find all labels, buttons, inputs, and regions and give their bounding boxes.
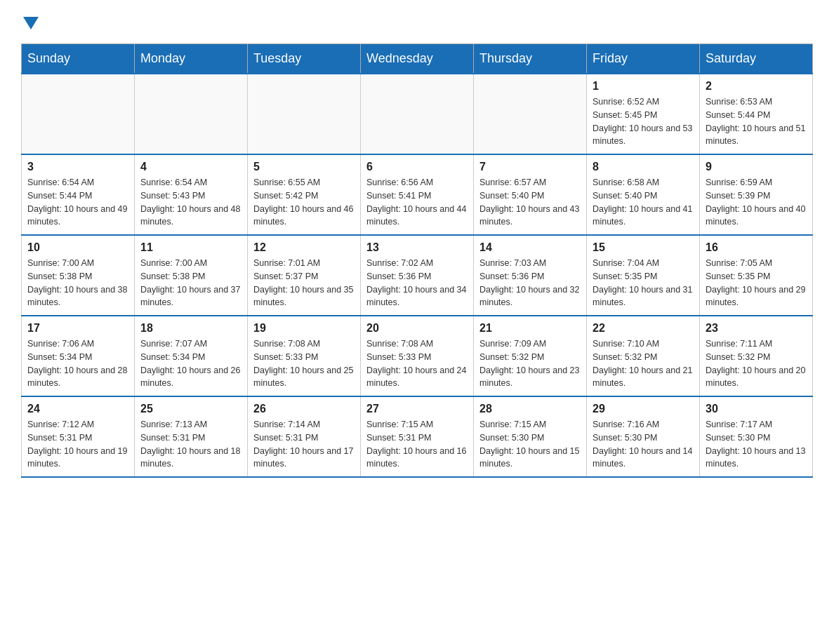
day-info: Sunrise: 7:07 AM Sunset: 5:34 PM Dayligh… bbox=[140, 337, 241, 390]
calendar-cell: 7Sunrise: 6:57 AM Sunset: 5:40 PM Daylig… bbox=[474, 154, 587, 235]
calendar-week-4: 17Sunrise: 7:06 AM Sunset: 5:34 PM Dayli… bbox=[22, 316, 813, 396]
calendar-cell: 19Sunrise: 7:08 AM Sunset: 5:33 PM Dayli… bbox=[248, 316, 361, 396]
day-number: 26 bbox=[253, 403, 355, 415]
day-number: 16 bbox=[706, 241, 807, 254]
calendar-cell: 1Sunrise: 6:52 AM Sunset: 5:45 PM Daylig… bbox=[587, 74, 700, 154]
day-info: Sunrise: 7:17 AM Sunset: 5:30 PM Dayligh… bbox=[706, 418, 807, 471]
day-number: 24 bbox=[27, 403, 128, 415]
day-info: Sunrise: 6:57 AM Sunset: 5:40 PM Dayligh… bbox=[479, 176, 581, 229]
header-saturday: Saturday bbox=[700, 44, 813, 74]
logo-triangle-icon bbox=[23, 17, 39, 29]
day-info: Sunrise: 7:10 AM Sunset: 5:32 PM Dayligh… bbox=[593, 337, 694, 390]
header-thursday: Thursday bbox=[474, 44, 587, 74]
calendar-cell: 23Sunrise: 7:11 AM Sunset: 5:32 PM Dayli… bbox=[700, 316, 813, 396]
calendar-cell: 3Sunrise: 6:54 AM Sunset: 5:44 PM Daylig… bbox=[22, 154, 135, 235]
calendar-cell: 24Sunrise: 7:12 AM Sunset: 5:31 PM Dayli… bbox=[22, 396, 135, 477]
day-number: 3 bbox=[27, 161, 128, 173]
calendar-cell: 27Sunrise: 7:15 AM Sunset: 5:31 PM Dayli… bbox=[361, 396, 474, 477]
day-number: 7 bbox=[479, 161, 581, 173]
day-number: 20 bbox=[366, 322, 468, 335]
header-monday: Monday bbox=[135, 44, 248, 74]
calendar-cell: 22Sunrise: 7:10 AM Sunset: 5:32 PM Dayli… bbox=[587, 316, 700, 396]
day-info: Sunrise: 6:56 AM Sunset: 5:41 PM Dayligh… bbox=[366, 176, 468, 229]
calendar-week-5: 24Sunrise: 7:12 AM Sunset: 5:31 PM Dayli… bbox=[22, 396, 813, 477]
day-info: Sunrise: 7:00 AM Sunset: 5:38 PM Dayligh… bbox=[27, 257, 128, 309]
calendar-cell: 8Sunrise: 6:58 AM Sunset: 5:40 PM Daylig… bbox=[587, 154, 700, 235]
calendar-cell: 9Sunrise: 6:59 AM Sunset: 5:39 PM Daylig… bbox=[700, 154, 813, 235]
day-number: 19 bbox=[253, 322, 355, 335]
calendar-cell: 16Sunrise: 7:05 AM Sunset: 5:35 PM Dayli… bbox=[700, 235, 813, 316]
day-info: Sunrise: 7:11 AM Sunset: 5:32 PM Dayligh… bbox=[706, 337, 807, 390]
day-info: Sunrise: 7:00 AM Sunset: 5:38 PM Dayligh… bbox=[140, 257, 241, 309]
page-header bbox=[21, 14, 813, 29]
day-number: 30 bbox=[706, 403, 807, 415]
day-number: 10 bbox=[27, 241, 128, 254]
day-number: 14 bbox=[479, 241, 581, 254]
day-number: 11 bbox=[140, 241, 241, 254]
day-number: 12 bbox=[253, 241, 355, 254]
day-number: 17 bbox=[27, 322, 128, 335]
calendar-header-row: SundayMondayTuesdayWednesdayThursdayFrid… bbox=[22, 44, 813, 74]
calendar-cell bbox=[248, 74, 361, 154]
calendar-cell: 21Sunrise: 7:09 AM Sunset: 5:32 PM Dayli… bbox=[474, 316, 587, 396]
day-number: 28 bbox=[479, 403, 581, 415]
day-info: Sunrise: 7:01 AM Sunset: 5:37 PM Dayligh… bbox=[253, 257, 355, 309]
day-info: Sunrise: 7:09 AM Sunset: 5:32 PM Dayligh… bbox=[479, 337, 581, 390]
calendar-cell: 4Sunrise: 6:54 AM Sunset: 5:43 PM Daylig… bbox=[135, 154, 248, 235]
day-info: Sunrise: 6:54 AM Sunset: 5:44 PM Dayligh… bbox=[27, 176, 128, 229]
calendar-cell bbox=[474, 74, 587, 154]
day-number: 9 bbox=[706, 161, 807, 173]
calendar-cell: 20Sunrise: 7:08 AM Sunset: 5:33 PM Dayli… bbox=[361, 316, 474, 396]
calendar-week-2: 3Sunrise: 6:54 AM Sunset: 5:44 PM Daylig… bbox=[22, 154, 813, 235]
logo bbox=[21, 14, 39, 29]
day-number: 23 bbox=[706, 322, 807, 335]
day-number: 4 bbox=[140, 161, 241, 173]
day-info: Sunrise: 6:54 AM Sunset: 5:43 PM Dayligh… bbox=[140, 176, 241, 229]
day-number: 18 bbox=[140, 322, 241, 335]
day-info: Sunrise: 7:08 AM Sunset: 5:33 PM Dayligh… bbox=[253, 337, 355, 390]
calendar-cell bbox=[135, 74, 248, 154]
day-number: 6 bbox=[366, 161, 468, 173]
day-info: Sunrise: 7:12 AM Sunset: 5:31 PM Dayligh… bbox=[27, 418, 128, 471]
day-number: 2 bbox=[706, 80, 807, 93]
calendar-cell: 13Sunrise: 7:02 AM Sunset: 5:36 PM Dayli… bbox=[361, 235, 474, 316]
calendar-cell: 30Sunrise: 7:17 AM Sunset: 5:30 PM Dayli… bbox=[700, 396, 813, 477]
calendar-cell: 18Sunrise: 7:07 AM Sunset: 5:34 PM Dayli… bbox=[135, 316, 248, 396]
calendar-cell: 6Sunrise: 6:56 AM Sunset: 5:41 PM Daylig… bbox=[361, 154, 474, 235]
day-info: Sunrise: 7:15 AM Sunset: 5:30 PM Dayligh… bbox=[479, 418, 581, 471]
calendar-cell: 25Sunrise: 7:13 AM Sunset: 5:31 PM Dayli… bbox=[135, 396, 248, 477]
day-number: 27 bbox=[366, 403, 468, 415]
day-info: Sunrise: 7:14 AM Sunset: 5:31 PM Dayligh… bbox=[253, 418, 355, 471]
calendar-cell: 12Sunrise: 7:01 AM Sunset: 5:37 PM Dayli… bbox=[248, 235, 361, 316]
calendar-cell: 10Sunrise: 7:00 AM Sunset: 5:38 PM Dayli… bbox=[22, 235, 135, 316]
day-info: Sunrise: 7:08 AM Sunset: 5:33 PM Dayligh… bbox=[366, 337, 468, 390]
calendar-cell: 14Sunrise: 7:03 AM Sunset: 5:36 PM Dayli… bbox=[474, 235, 587, 316]
header-friday: Friday bbox=[587, 44, 700, 74]
calendar-cell: 29Sunrise: 7:16 AM Sunset: 5:30 PM Dayli… bbox=[587, 396, 700, 477]
day-number: 5 bbox=[253, 161, 355, 173]
day-number: 1 bbox=[593, 80, 694, 93]
calendar-cell: 17Sunrise: 7:06 AM Sunset: 5:34 PM Dayli… bbox=[22, 316, 135, 396]
calendar-cell bbox=[22, 74, 135, 154]
day-info: Sunrise: 6:59 AM Sunset: 5:39 PM Dayligh… bbox=[706, 176, 807, 229]
day-info: Sunrise: 7:04 AM Sunset: 5:35 PM Dayligh… bbox=[593, 257, 694, 309]
svg-marker-0 bbox=[23, 17, 39, 29]
day-number: 25 bbox=[140, 403, 241, 415]
day-info: Sunrise: 7:05 AM Sunset: 5:35 PM Dayligh… bbox=[706, 257, 807, 309]
calendar-cell bbox=[361, 74, 474, 154]
day-number: 8 bbox=[593, 161, 694, 173]
header-sunday: Sunday bbox=[22, 44, 135, 74]
day-info: Sunrise: 7:16 AM Sunset: 5:30 PM Dayligh… bbox=[593, 418, 694, 471]
day-number: 22 bbox=[593, 322, 694, 335]
calendar-cell: 26Sunrise: 7:14 AM Sunset: 5:31 PM Dayli… bbox=[248, 396, 361, 477]
header-tuesday: Tuesday bbox=[248, 44, 361, 74]
calendar-cell: 11Sunrise: 7:00 AM Sunset: 5:38 PM Dayli… bbox=[135, 235, 248, 316]
calendar-cell: 28Sunrise: 7:15 AM Sunset: 5:30 PM Dayli… bbox=[474, 396, 587, 477]
header-wednesday: Wednesday bbox=[361, 44, 474, 74]
day-info: Sunrise: 6:52 AM Sunset: 5:45 PM Dayligh… bbox=[593, 95, 694, 148]
day-info: Sunrise: 6:53 AM Sunset: 5:44 PM Dayligh… bbox=[706, 95, 807, 148]
day-info: Sunrise: 7:02 AM Sunset: 5:36 PM Dayligh… bbox=[366, 257, 468, 309]
calendar-week-3: 10Sunrise: 7:00 AM Sunset: 5:38 PM Dayli… bbox=[22, 235, 813, 316]
day-info: Sunrise: 7:06 AM Sunset: 5:34 PM Dayligh… bbox=[27, 337, 128, 390]
day-number: 21 bbox=[479, 322, 581, 335]
